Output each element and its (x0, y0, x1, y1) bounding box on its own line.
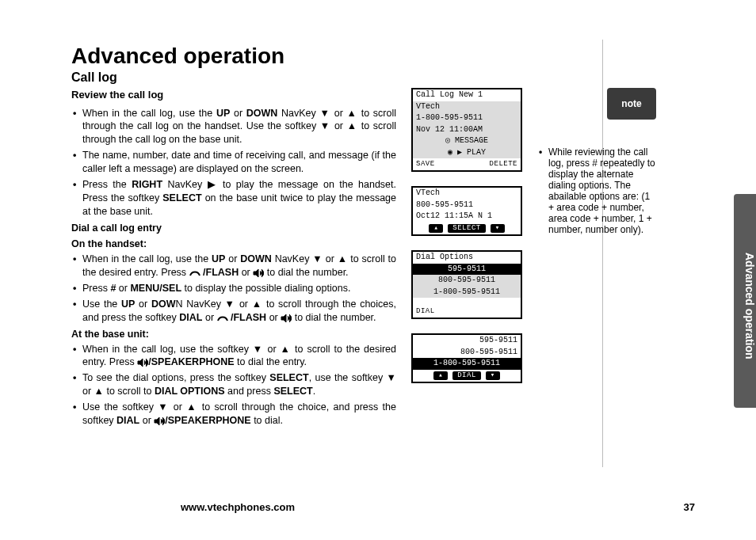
lcd4-opt1: 595-9511 (413, 335, 521, 347)
review-bullet-1: When in the call log, use the UP or DOWN… (82, 107, 396, 147)
note-column: note While reviewing the call log, press… (537, 88, 656, 235)
lcd1-soft-left: SAVE (416, 160, 435, 169)
handset-bullet-2: Press # or MENU/SEL to display the possi… (82, 282, 396, 295)
page-footer: www.vtechphones.com 37 (71, 501, 733, 513)
lcd1-message: ◎ MESSAGE (413, 135, 521, 147)
lcd1-header: Call Log New 1 (413, 89, 521, 101)
note-badge: note (607, 88, 656, 120)
lcd-screen-2: VTech 800-595-9511 Oct12 11:15A N 1 ▴ SE… (411, 186, 522, 236)
lcd2-softkeys: ▴ SELECT ▾ (413, 222, 521, 234)
lcd3-title: Dial Options (413, 252, 521, 264)
lcd-screen-3: Dial Options 595-9511 800-595-9511 1-800… (411, 250, 522, 319)
review-bullet-3: Press the RIGHT NavKey ▶ to play the mes… (82, 178, 396, 219)
lcd1-number: 1-800-595-9511 (413, 112, 521, 124)
lcd3-soft-left: DIAL (416, 307, 435, 316)
handset-bullet-3: Use the UP or DOWN NavKey ▼ or ▲ to scro… (82, 298, 396, 325)
lcd-column: Call Log New 1 VTech 1-800-595-9511 Nov … (407, 88, 526, 383)
lcd4-soft-mid: DIAL (452, 371, 481, 380)
lcd1-soft-right: DELETE (490, 160, 517, 169)
speaker-icon (137, 358, 148, 367)
base-bullet-3: Use the softkey ▼ or ▲ to scroll through… (82, 401, 396, 428)
lcd3-softkeys: DIAL (413, 306, 521, 318)
lcd4-soft-left-icon: ▴ (433, 371, 448, 380)
lcd1-play: ◉ ▶ PLAY (413, 147, 521, 159)
page-body: Advanced operation Call log Review the c… (71, 44, 733, 431)
section-dial-title: Dial a call log entry (71, 222, 396, 235)
speaker-icon (253, 268, 264, 278)
lcd2-soft-mid: SELECT (448, 224, 485, 233)
lcd2-datetime: Oct12 11:15A N 1 (413, 211, 521, 222)
page-number: 37 (684, 501, 695, 513)
speaker-icon (281, 314, 292, 323)
lcd3-opt3: 1-800-595-9511 (413, 287, 521, 299)
lcd3-opt2: 800-595-9511 (413, 275, 521, 287)
main-text-column: Review the call log When in the call log… (71, 88, 396, 431)
section-review-title: Review the call log (71, 88, 396, 102)
phone-icon (189, 269, 200, 277)
handset-bullet-1: When in the call log, use the UP or DOWN… (82, 253, 396, 280)
speaker-icon (154, 416, 165, 426)
page-subtitle: Call log (71, 70, 733, 85)
at-base-label: At the base unit: (71, 328, 396, 341)
phone-icon (217, 314, 228, 322)
lcd-screen-4: 595-9511 800-595-9511 1-800-595-9511 ▴ D… (411, 333, 522, 383)
lcd4-soft-right-icon: ▾ (486, 371, 500, 380)
side-tab: Advanced operation (734, 194, 756, 408)
footer-url: www.vtechphones.com (71, 501, 404, 513)
lcd2-number: 800-595-9511 (413, 200, 521, 211)
lcd2-name: VTech (413, 188, 521, 200)
lcd1-datetime: Nov 12 11:00AM (413, 124, 521, 136)
base-bullet-1: When in the call log, use the softkey ▼ … (82, 343, 396, 370)
lcd4-softkeys: ▴ DIAL ▾ (413, 370, 521, 382)
lcd1-softkeys: SAVE DELETE (413, 158, 521, 170)
lcd2-soft-right-icon: ▾ (491, 224, 505, 233)
lcd1-name: VTech (413, 101, 521, 113)
page-title: Advanced operation (71, 44, 733, 69)
lcd2-soft-left-icon: ▴ (429, 224, 443, 233)
lcd3-opt1: 595-9511 (413, 264, 521, 276)
lcd4-opt2: 800-595-9511 (413, 347, 521, 359)
note-text: While reviewing the call log, press # re… (548, 146, 656, 235)
base-bullet-2: To see the dial options, press the softk… (82, 371, 396, 398)
on-handset-label: On the handset: (71, 238, 396, 251)
review-bullet-2: The name, number, date and time of recei… (82, 149, 396, 176)
lcd4-opt3: 1-800-595-9511 (413, 358, 521, 370)
lcd-screen-1: Call Log New 1 VTech 1-800-595-9511 Nov … (411, 88, 522, 172)
